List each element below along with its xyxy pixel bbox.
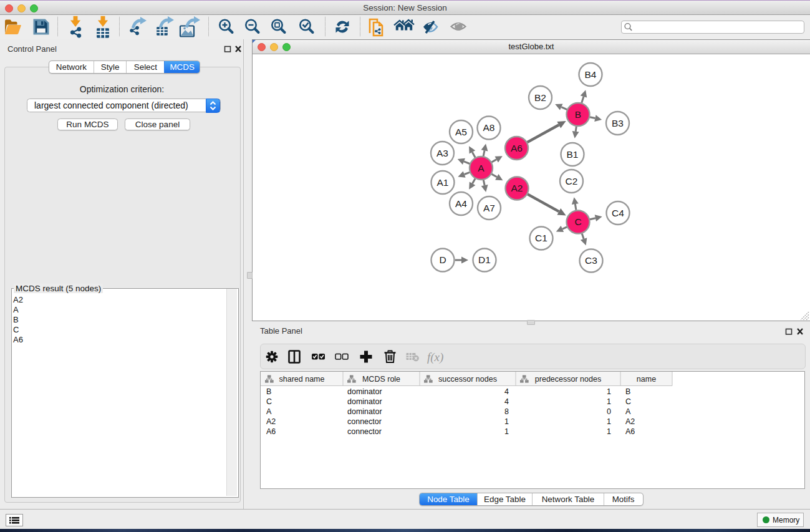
svg-text:1: 1 [607, 417, 611, 426]
svg-text:1: 1 [504, 417, 509, 426]
svg-text:connector: connector [347, 427, 382, 436]
svg-text:A5: A5 [455, 127, 467, 137]
svg-text:MCDS role: MCDS role [362, 375, 400, 384]
svg-text:name: name [637, 375, 656, 384]
svg-text:A6: A6 [625, 427, 635, 436]
svg-text:C: C [625, 397, 631, 406]
svg-text:1: 1 [504, 427, 509, 436]
svg-text:0: 0 [607, 407, 611, 416]
svg-text:A1: A1 [437, 177, 449, 188]
svg-text:A2: A2 [266, 417, 276, 426]
svg-text:A: A [625, 407, 631, 416]
svg-text:A4: A4 [455, 198, 467, 209]
svg-text:C1: C1 [535, 233, 547, 243]
svg-text:C2: C2 [566, 176, 578, 186]
svg-text:f(x): f(x) [427, 351, 443, 364]
svg-text:4: 4 [504, 387, 509, 396]
svg-text:C: C [574, 216, 581, 227]
svg-text:4: 4 [504, 397, 509, 406]
svg-text:B: B [266, 387, 271, 396]
svg-text:dominator: dominator [347, 407, 382, 416]
svg-text:A: A [478, 163, 485, 173]
svg-text:dominator: dominator [347, 387, 382, 396]
svg-text:C4: C4 [612, 208, 624, 218]
svg-text:successor nodes: successor nodes [438, 375, 497, 384]
svg-text:1: 1 [607, 427, 611, 436]
svg-text:B: B [575, 109, 581, 120]
svg-text:D1: D1 [478, 254, 491, 265]
svg-text:A: A [266, 407, 272, 416]
svg-text:D: D [439, 254, 446, 265]
svg-text:B: B [625, 387, 630, 396]
svg-text:1: 1 [607, 397, 611, 406]
svg-text:A8: A8 [483, 122, 495, 133]
svg-text:predecessor nodes: predecessor nodes [535, 375, 601, 384]
svg-text:shared name: shared name [279, 375, 325, 384]
svg-text:B2: B2 [534, 92, 546, 103]
svg-text:A6: A6 [266, 427, 276, 436]
svg-text:A2: A2 [511, 183, 523, 193]
svg-text:A3: A3 [436, 148, 448, 158]
svg-text:A6: A6 [511, 143, 523, 153]
svg-text:C3: C3 [585, 255, 597, 266]
svg-text:B3: B3 [612, 118, 624, 128]
svg-text:A7: A7 [483, 203, 495, 213]
svg-text:B1: B1 [567, 149, 579, 160]
svg-text:8: 8 [504, 407, 509, 416]
svg-text:connector: connector [347, 417, 382, 426]
svg-text:1: 1 [607, 387, 611, 396]
svg-text:C: C [266, 397, 272, 406]
svg-text:A2: A2 [625, 417, 635, 426]
svg-text:B4: B4 [585, 69, 597, 80]
svg-text:dominator: dominator [347, 397, 382, 406]
